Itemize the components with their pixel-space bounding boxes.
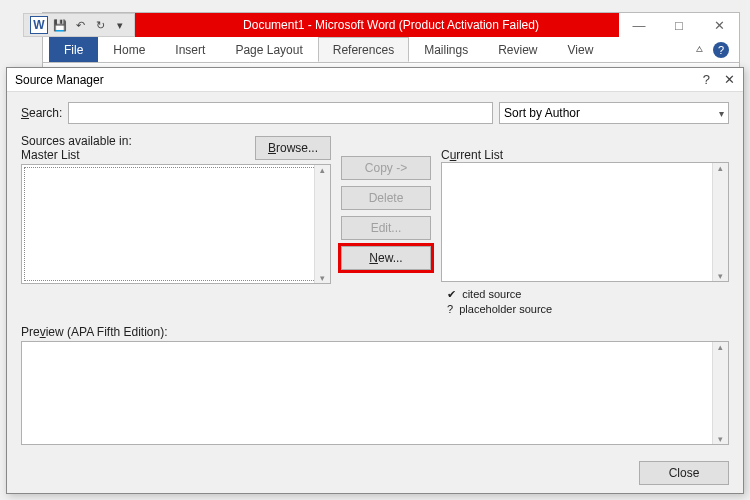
scrollbar[interactable]: ▴▾ bbox=[712, 163, 728, 281]
source-manager-dialog: Source Manager ? ✕ Search: Sort by Autho… bbox=[6, 67, 744, 494]
word-logo-icon: W bbox=[30, 16, 48, 34]
sort-select-value: Sort by Author bbox=[504, 106, 580, 120]
close-window-button[interactable]: ✕ bbox=[699, 13, 739, 37]
window-title: Document1 - Microsoft Word (Product Acti… bbox=[243, 18, 539, 32]
dialog-help-button[interactable]: ? bbox=[703, 72, 710, 87]
sort-select[interactable]: Sort by Author ▾ bbox=[499, 102, 729, 124]
ribbon-tabs: File Home Insert Page Layout References … bbox=[43, 37, 739, 63]
minimize-button[interactable]: — bbox=[619, 13, 659, 37]
edit-button: Edit... bbox=[341, 216, 431, 240]
window-controls: — □ ✕ bbox=[619, 13, 739, 37]
master-list-box[interactable]: ▴▾ bbox=[21, 164, 331, 284]
search-label: Search: bbox=[21, 106, 62, 120]
tab-view[interactable]: View bbox=[553, 37, 609, 62]
check-icon: ✔ bbox=[447, 288, 456, 300]
sources-available-label: Sources available in: bbox=[21, 134, 132, 148]
help-icon[interactable]: ? bbox=[713, 42, 729, 58]
save-icon[interactable]: 💾 bbox=[52, 17, 68, 33]
new-button[interactable]: New... bbox=[341, 246, 431, 270]
dialog-title: Source Manager bbox=[15, 73, 104, 87]
current-list-box[interactable]: ▴▾ bbox=[441, 162, 729, 282]
chevron-down-icon: ▾ bbox=[719, 108, 724, 119]
preview-label: Preview (APA Fifth Edition): bbox=[21, 325, 729, 339]
current-list-label: Current List bbox=[441, 148, 729, 162]
dialog-titlebar: Source Manager ? ✕ bbox=[7, 68, 743, 92]
tab-references[interactable]: References bbox=[318, 37, 409, 62]
maximize-button[interactable]: □ bbox=[659, 13, 699, 37]
browse-button[interactable]: Browse... bbox=[255, 136, 331, 160]
tab-review[interactable]: Review bbox=[483, 37, 552, 62]
tab-page-layout[interactable]: Page Layout bbox=[220, 37, 317, 62]
tab-file[interactable]: File bbox=[49, 37, 98, 62]
quick-access-toolbar: W 💾 ↶ ↻ ▾ bbox=[23, 13, 135, 37]
master-list-label: Master List bbox=[21, 148, 132, 162]
scrollbar[interactable]: ▴▾ bbox=[712, 342, 728, 444]
word-titlebar: W 💾 ↶ ↻ ▾ Document1 - Microsoft Word (Pr… bbox=[43, 13, 739, 37]
tab-mailings[interactable]: Mailings bbox=[409, 37, 483, 62]
preview-box: ▴▾ bbox=[21, 341, 729, 445]
qat-dropdown-icon[interactable]: ▾ bbox=[112, 17, 128, 33]
ribbon-collapse-icon[interactable]: ㅿ bbox=[694, 42, 705, 57]
question-icon: ? bbox=[447, 303, 453, 315]
close-button[interactable]: Close bbox=[639, 461, 729, 485]
scrollbar[interactable]: ▴▾ bbox=[314, 165, 330, 283]
redo-icon[interactable]: ↻ bbox=[92, 17, 108, 33]
legend: ✔ cited source ? placeholder source bbox=[441, 288, 729, 315]
delete-button: Delete bbox=[341, 186, 431, 210]
copy-button: Copy -> bbox=[341, 156, 431, 180]
undo-icon[interactable]: ↶ bbox=[72, 17, 88, 33]
dialog-close-button[interactable]: ✕ bbox=[724, 72, 735, 87]
tab-insert[interactable]: Insert bbox=[160, 37, 220, 62]
search-input[interactable] bbox=[68, 102, 493, 124]
tab-home[interactable]: Home bbox=[98, 37, 160, 62]
